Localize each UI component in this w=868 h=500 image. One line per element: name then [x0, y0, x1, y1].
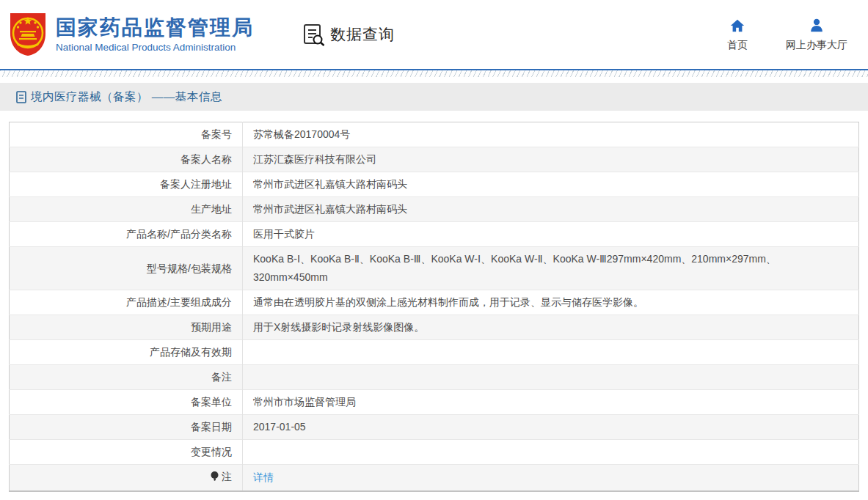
- record-table: 备案号 苏常械备20170004号 备案人名称 江苏汇森医疗科技有限公司 备案人…: [9, 122, 859, 492]
- row-value-text: 用于X射线摄影时记录射线影像图像。: [253, 321, 424, 333]
- table-row: 型号规格/包装规格 KooKa B-Ⅰ、KooKa B-Ⅱ、KooKa B-Ⅲ、…: [10, 247, 859, 290]
- agency-title-en: National Medical Products Administration: [56, 42, 254, 53]
- row-value-text: 常州市武进区礼嘉镇大路村南码头: [253, 178, 407, 190]
- row-label: 产品描述/主要组成成分: [10, 290, 243, 315]
- row-value: 用于X射线摄影时记录射线影像图像。: [243, 315, 859, 340]
- table-row: 产品名称/产品分类名称 医用干式胶片: [10, 222, 859, 247]
- nav-item-home[interactable]: 首页: [727, 18, 748, 52]
- data-query-label: 数据查询: [330, 24, 395, 45]
- row-value-text: KooKa B-Ⅰ、KooKa B-Ⅱ、KooKa B-Ⅲ、KooKa W-Ⅰ、…: [253, 253, 776, 283]
- row-label-text: 备案人名称: [180, 153, 232, 165]
- row-value: 常州市市场监督管理局: [243, 390, 859, 415]
- row-label: 备案日期: [10, 415, 243, 440]
- nav-label: 网上办事大厅: [786, 39, 847, 52]
- table-row: 备案人名称 江苏汇森医疗科技有限公司: [10, 147, 859, 172]
- document-icon: [16, 91, 26, 103]
- agency-logo[interactable]: 国家药品监督管理局 National Medical Products Admi…: [9, 12, 254, 57]
- table-row: 产品存储及有效期: [10, 340, 859, 365]
- row-label: 预期用途: [10, 315, 243, 340]
- row-value-text: 江苏汇森医疗科技有限公司: [253, 153, 376, 165]
- row-label-text: 生产地址: [191, 203, 232, 215]
- row-value: 常州市武进区礼嘉镇大路村南码头: [243, 172, 859, 197]
- row-label-text: 备案日期: [191, 421, 232, 433]
- row-label-text: 备案人注册地址: [160, 178, 232, 190]
- row-value: 医用干式胶片: [243, 222, 859, 247]
- row-label: 注: [10, 465, 243, 492]
- row-label: 产品名称/产品分类名称: [10, 222, 243, 247]
- row-label-text: 产品描述/主要组成成分: [126, 296, 232, 308]
- row-value: [243, 440, 859, 465]
- row-label-text: 备案单位: [191, 396, 232, 408]
- row-label: 备注: [10, 365, 243, 390]
- table-row: 变更情况: [10, 440, 859, 465]
- row-value-text: 常州市市场监督管理局: [253, 396, 356, 408]
- row-value: 苏常械备20170004号: [243, 122, 859, 147]
- table-row: 备案日期 2017-01-05: [10, 415, 859, 440]
- row-value-text: 2017-01-05: [253, 421, 306, 433]
- row-value: 常州市武进区礼嘉镇大路村南码头: [243, 197, 859, 222]
- row-label: 生产地址: [10, 197, 243, 222]
- table-row: 产品描述/主要组成成分 通常由在透明胶片基的双侧涂上感光材料制作而成，用于记录、…: [10, 290, 859, 315]
- agency-title-block: 国家药品监督管理局 National Medical Products Admi…: [56, 16, 254, 52]
- row-value-text: 苏常械备20170004号: [253, 128, 350, 140]
- breadcrumb-band: 境内医疗器械（备案） ——基本信息: [0, 83, 868, 111]
- row-label: 备案号: [10, 122, 243, 147]
- row-value: [243, 340, 859, 365]
- bulb-icon: [210, 469, 219, 488]
- row-value-text: 通常由在透明胶片基的双侧涂上感光材料制作而成，用于记录、显示与储存医学影像。: [253, 296, 643, 308]
- nav-label: 首页: [727, 39, 748, 52]
- national-emblem-icon: [9, 12, 47, 57]
- table-row: 生产地址 常州市武进区礼嘉镇大路村南码头: [10, 197, 859, 222]
- person-icon: [809, 18, 825, 34]
- row-value: 通常由在透明胶片基的双侧涂上感光材料制作而成，用于记录、显示与储存医学影像。: [243, 290, 859, 315]
- data-query-icon: [302, 23, 326, 46]
- row-label-text: 产品名称/产品分类名称: [126, 228, 232, 240]
- page-header: 国家药品监督管理局 National Medical Products Admi…: [0, 0, 868, 69]
- row-value: 详情: [243, 465, 859, 492]
- row-label: 备案人名称: [10, 147, 243, 172]
- row-value: 江苏汇森医疗科技有限公司: [243, 147, 859, 172]
- breadcrumb: 境内医疗器械（备案） ——基本信息: [31, 89, 222, 105]
- row-label-text: 注: [222, 471, 232, 482]
- row-value-text: 医用干式胶片: [253, 228, 315, 240]
- row-label-text: 产品存储及有效期: [150, 346, 232, 358]
- table-row: 备案号 苏常械备20170004号: [10, 122, 859, 147]
- nav-item-service-hall[interactable]: 网上办事大厅: [786, 18, 847, 52]
- table-row: 备案单位 常州市市场监督管理局: [10, 390, 859, 415]
- row-label: 备案人注册地址: [10, 172, 243, 197]
- row-label-text: 预期用途: [191, 321, 232, 333]
- row-value: [243, 365, 859, 390]
- row-label: 备案单位: [10, 390, 243, 415]
- row-label-text: 型号规格/包装规格: [147, 262, 232, 274]
- row-value: KooKa B-Ⅰ、KooKa B-Ⅱ、KooKa B-Ⅲ、KooKa W-Ⅰ、…: [243, 247, 859, 290]
- table-row: 注 详情: [10, 465, 859, 492]
- row-value-text: 常州市武进区礼嘉镇大路村南码头: [253, 203, 407, 215]
- hatch-band: [0, 70, 868, 77]
- row-label-text: 备案号: [201, 128, 232, 140]
- record-table-wrap: 备案号 苏常械备20170004号 备案人名称 江苏汇森医疗科技有限公司 备案人…: [9, 122, 859, 492]
- row-label: 产品存储及有效期: [10, 340, 243, 365]
- table-row: 预期用途 用于X射线摄影时记录射线影像图像。: [10, 315, 859, 340]
- row-label-text: 变更情况: [191, 446, 232, 457]
- detail-link[interactable]: 详情: [253, 471, 274, 483]
- table-row: 备注: [10, 365, 859, 390]
- row-label: 变更情况: [10, 440, 243, 465]
- row-label: 型号规格/包装规格: [10, 247, 243, 290]
- header-nav: 首页 网上办事大厅: [727, 18, 847, 52]
- table-row: 备案人注册地址 常州市武进区礼嘉镇大路村南码头: [10, 172, 859, 197]
- row-value: 2017-01-05: [243, 415, 859, 440]
- agency-title-cn: 国家药品监督管理局: [56, 16, 254, 40]
- data-query-tab[interactable]: 数据查询: [302, 23, 395, 46]
- home-icon: [729, 18, 745, 34]
- row-label-text: 备注: [211, 371, 232, 383]
